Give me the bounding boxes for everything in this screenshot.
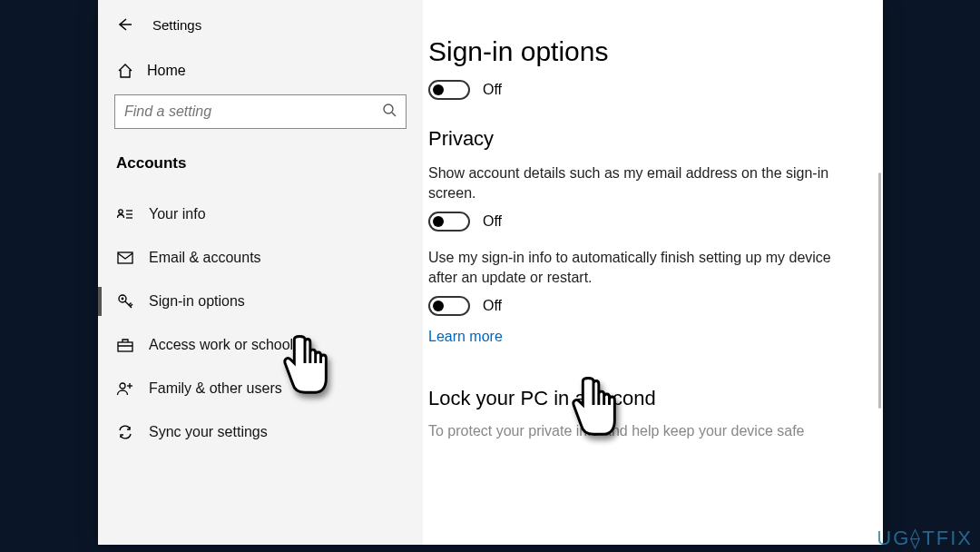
svg-point-4 (384, 104, 393, 113)
sidebar-nav: Your info Email & accounts Sign-in optio… (98, 192, 423, 454)
sidebar-item-access-work-school[interactable]: Access work or school (98, 323, 423, 367)
window-title: Settings (152, 17, 201, 33)
titlebar: Settings (98, 11, 423, 53)
briefcase-icon (116, 336, 134, 354)
sidebar-item-label: Sync your settings (149, 424, 268, 440)
sidebar-item-sync-settings[interactable]: Sync your settings (98, 410, 423, 454)
privacy-heading: Privacy (428, 127, 863, 151)
page-title: Sign-in options (428, 36, 863, 67)
search-box[interactable] (114, 94, 407, 129)
svg-rect-10 (118, 252, 132, 263)
svg-point-6 (119, 210, 122, 213)
svg-point-14 (120, 383, 125, 389)
svg-rect-13 (118, 342, 132, 351)
sidebar-item-label: Family & other users (149, 380, 282, 397)
sign-in-options-toggle[interactable] (428, 80, 470, 100)
sidebar-home-label: Home (147, 63, 186, 79)
mail-icon (116, 249, 134, 267)
search-input[interactable] (124, 104, 375, 120)
sync-icon (116, 423, 134, 441)
lock-heading: Lock your PC in a second (428, 387, 863, 410)
key-icon (116, 292, 134, 310)
sidebar-home[interactable]: Home (98, 53, 423, 89)
privacy-desc-1: Show account details such as my email ad… (428, 163, 855, 202)
toggle-state-label: Off (483, 213, 502, 230)
main-content: Sign-in options Off Privacy Show account… (423, 0, 883, 545)
sidebar-item-label: Sign-in options (149, 293, 245, 310)
home-icon (116, 62, 134, 80)
scrollbar[interactable] (878, 172, 881, 409)
sidebar-item-sign-in-options[interactable]: Sign-in options (98, 280, 423, 323)
lock-desc: To protect your private info and help ke… (428, 423, 863, 439)
sidebar-item-label: Email & accounts (149, 250, 261, 266)
toggle-state-label: Off (483, 82, 502, 98)
learn-more-link[interactable]: Learn more (428, 329, 503, 345)
sidebar-item-family-users[interactable]: Family & other users (98, 367, 423, 410)
sidebar-item-email-accounts[interactable]: Email & accounts (98, 236, 423, 280)
svg-line-5 (392, 113, 396, 116)
show-account-details-toggle[interactable] (428, 212, 470, 232)
sidebar-item-label: Access work or school (149, 337, 293, 353)
sidebar-item-your-info[interactable]: Your info (98, 192, 423, 236)
privacy-desc-2: Use my sign-in info to automatically fin… (428, 248, 855, 287)
back-button[interactable] (116, 16, 132, 33)
auto-signin-toggle[interactable] (428, 296, 470, 316)
sidebar-item-label: Your info (149, 206, 206, 222)
watermark: UG⟠TFIX (877, 527, 973, 550)
toggle-state-label: Off (483, 298, 502, 314)
svg-point-12 (122, 298, 124, 301)
sidebar: Settings Home Accounts Your info (98, 0, 423, 545)
search-icon (382, 103, 397, 121)
sidebar-section-label: Accounts (98, 145, 423, 192)
person-card-icon (116, 205, 134, 223)
settings-window: Settings Home Accounts Your info (98, 0, 883, 545)
people-icon (116, 380, 134, 398)
